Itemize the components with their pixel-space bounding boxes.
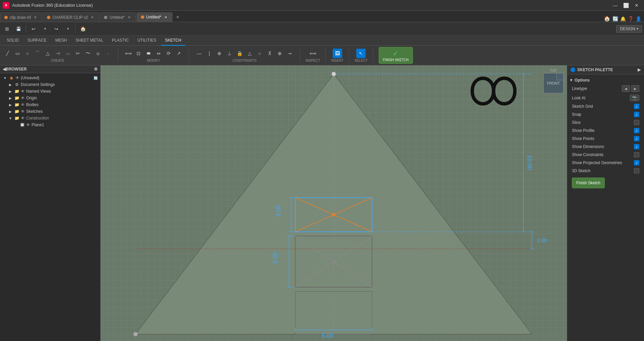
add-tab-button[interactable]: + [173, 12, 182, 22]
point-tool[interactable]: · [103, 49, 113, 58]
user-icon[interactable]: 👤 [636, 16, 641, 21]
notification-icon[interactable]: 🔔 [620, 16, 626, 21]
visibility-icon[interactable]: 👁 [26, 123, 30, 127]
workspace-utilities[interactable]: UTILITIES [133, 36, 160, 46]
spline-tool[interactable]: 〜 [83, 49, 93, 58]
tree-item-sketches[interactable]: ▶ 📁 👁 Sketches [7, 108, 99, 115]
close-button[interactable]: ✕ [632, 2, 641, 9]
browser-settings-icon[interactable]: ⚙ [94, 67, 98, 71]
visibility-icon[interactable]: 👁 [21, 102, 25, 107]
options-section-header[interactable]: ▼ Options [569, 77, 642, 84]
extend-tool[interactable]: ↗ [174, 49, 183, 58]
circle-tool[interactable]: ○ [23, 49, 32, 58]
rectangle-tool[interactable]: ▭ [13, 49, 22, 58]
maximize-button[interactable]: ⬜ [621, 2, 631, 9]
slot-tool[interactable]: ⊣ [53, 49, 62, 58]
visibility-icon[interactable]: 👁 [21, 89, 25, 94]
home-icon[interactable]: 🏠 [604, 15, 610, 22]
show-points-checkbox[interactable]: ✓ [634, 136, 639, 141]
visibility-icon[interactable]: 👁 [21, 116, 25, 120]
tab-untitled1[interactable]: Untitled* ✕ [100, 12, 136, 22]
select-tool[interactable]: ↖ [356, 49, 366, 58]
workspace-sheet-metal[interactable]: SHEET METAL [71, 36, 107, 46]
project-tool[interactable]: ⊡ [134, 49, 143, 58]
home-nav-button[interactable]: 🏠 [78, 24, 88, 34]
visibility-icon[interactable]: 👁 [15, 76, 19, 80]
arc-tool[interactable]: ⌒ [33, 49, 42, 58]
conic-tool[interactable]: ∪ [93, 49, 103, 58]
concentric-constraint[interactable]: ⊕ [275, 49, 284, 58]
redo-button[interactable]: ↪ [51, 24, 61, 34]
sketch-grid-checkbox[interactable]: ✓ [634, 104, 639, 109]
undo-dropdown[interactable]: ▾ [40, 24, 50, 34]
equal-constraint[interactable]: ○ [255, 49, 264, 58]
tangent-constraint[interactable]: △ [245, 49, 254, 58]
minimize-button[interactable]: — [610, 2, 620, 9]
fix-constraint[interactable]: 🔒 [235, 49, 244, 58]
tree-item-unsaved[interactable]: ▼ ◉ 👁 (Unsaved) 🔄 [1, 75, 99, 81]
show-profile-checkbox[interactable]: ✓ [634, 128, 639, 133]
finish-sketch-bottom-button[interactable]: Finish Sketch [572, 178, 605, 188]
view-cube-box[interactable]: FRONT [543, 73, 564, 93]
insert-image[interactable]: 🖼 [333, 49, 342, 58]
tab-untitled2[interactable]: Untitled* ✕ [137, 12, 172, 22]
collapse-browser-icon[interactable]: ◀ [3, 67, 6, 71]
tree-item-construction[interactable]: ▼ 📁 👁 Construction [7, 115, 99, 121]
grid-icon[interactable]: ⊞ [2, 24, 12, 34]
midpoint-constraint[interactable]: ⊥ [225, 49, 234, 58]
tree-item-bodies[interactable]: ▶ 📁 👁 Bodies [7, 101, 99, 108]
tab-charger-clip[interactable]: CHARGER CLIP v2 ✕ [43, 12, 99, 22]
fillet-tool[interactable]: ⌓ [63, 49, 72, 58]
tab-close-icon[interactable]: ✕ [127, 15, 131, 20]
view-cube[interactable]: TOP FRONT [543, 69, 564, 93]
tree-item-origin[interactable]: ▶ 📁 👁 Origin [7, 95, 99, 101]
redo-dropdown[interactable]: ▾ [63, 24, 73, 34]
workspace-mesh[interactable]: MESH [51, 36, 71, 46]
line-tool[interactable]: ╱ [3, 49, 12, 58]
mirror-tool[interactable]: ⇔ [154, 49, 163, 58]
snap-checkbox[interactable]: ✓ [634, 112, 639, 117]
item-refresh-icon[interactable]: 🔄 [94, 76, 98, 80]
workspace-solid[interactable]: SOLID [3, 36, 23, 46]
save-button[interactable]: 💾 [13, 24, 23, 34]
help-icon[interactable]: ❓ [628, 16, 634, 21]
design-dropdown[interactable]: DESIGN ▾ [616, 25, 642, 33]
linetype-prev-button[interactable]: ◀ [622, 85, 630, 92]
tree-item-named-views[interactable]: ▶ 📁 👁 Named Views [7, 88, 99, 95]
slice-option: Slice [569, 118, 642, 127]
ellipse-tool[interactable]: ⬬ [144, 49, 153, 58]
slice-checkbox[interactable] [634, 120, 639, 125]
show-projected-checkbox[interactable]: ✓ [634, 160, 639, 165]
dimension-tool[interactable]: ⟺ [124, 49, 133, 58]
3d-sketch-checkbox[interactable] [634, 168, 639, 174]
undo-button[interactable]: ↩ [29, 24, 39, 34]
tab-close-icon[interactable]: ✕ [163, 15, 168, 19]
inspect-dimension[interactable]: ⟺ [308, 49, 318, 58]
polygon-tool[interactable]: △ [43, 49, 52, 58]
tab-close-icon[interactable]: ✕ [90, 15, 95, 20]
trim-tool[interactable]: ✂ [73, 49, 83, 58]
show-constraints-checkbox[interactable] [634, 152, 639, 157]
parallel-constraint[interactable]: ⊼ [265, 49, 274, 58]
look-at-button[interactable]: 📷 [630, 95, 639, 101]
coincident-constraint[interactable]: ⊕ [215, 49, 224, 58]
tab-close-icon[interactable]: ✕ [33, 15, 38, 20]
offset-tool[interactable]: ⟳ [164, 49, 173, 58]
expand-palette-icon[interactable]: ▶ [638, 67, 641, 72]
workspace-plastic[interactable]: PLASTIC [108, 36, 133, 46]
viewport[interactable]: 10.00 3.00 2.00 [101, 65, 567, 341]
tab-clip-draw[interactable]: clip draw v0 ✕ [0, 12, 42, 22]
workspace-sketch[interactable]: SKETCH [161, 36, 185, 46]
collinear-constraint[interactable]: ⊸ [285, 49, 294, 58]
tree-item-doc-settings[interactable]: ▶ ⚙ Document Settings [7, 81, 99, 88]
visibility-icon[interactable]: 👁 [21, 109, 25, 114]
linetype-next-button[interactable]: ▶ [631, 85, 639, 92]
vertical-constraint[interactable]: | [205, 49, 214, 58]
visibility-icon[interactable]: 👁 [21, 96, 25, 100]
finish-sketch-button[interactable]: ✓ FINISH SKETCH [379, 47, 413, 64]
tree-item-plane1[interactable]: 🔲 👁 Plane1 [12, 121, 99, 128]
workspace-surface[interactable]: SURFACE [23, 36, 51, 46]
horizontal-constraint[interactable]: — [195, 49, 204, 58]
show-dimensions-checkbox[interactable]: ✓ [634, 144, 639, 149]
sync-icon[interactable]: 🔄 [612, 16, 618, 21]
